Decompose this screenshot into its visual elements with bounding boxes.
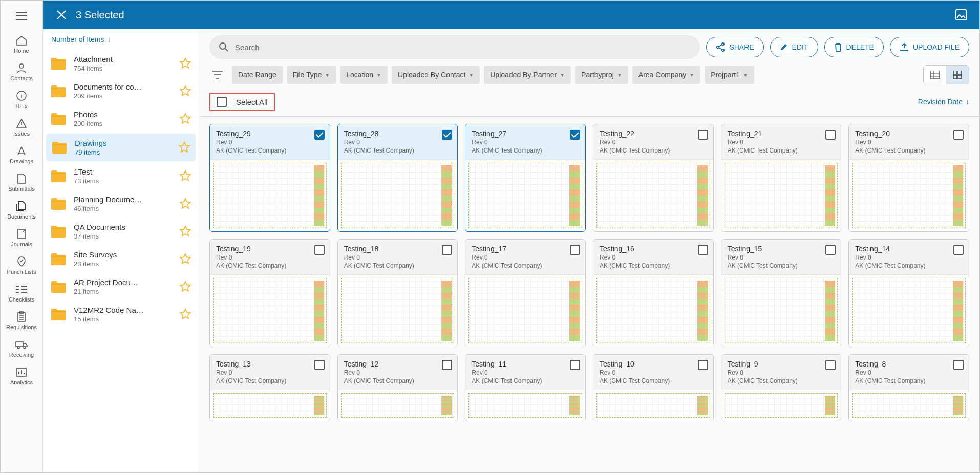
folder-sort-button[interactable]: Number of Items ↓: [43, 29, 199, 50]
card-checkbox[interactable]: [314, 130, 325, 140]
image-preview-button[interactable]: [951, 5, 971, 25]
card-thumbnail[interactable]: [465, 390, 585, 421]
favorite-star[interactable]: [179, 253, 191, 265]
search-input[interactable]: Search: [209, 35, 700, 59]
rail-home[interactable]: Home: [6, 30, 37, 58]
favorite-star[interactable]: [178, 141, 190, 154]
select-all-button[interactable]: Select All: [209, 93, 275, 111]
document-card[interactable]: Testing_12Rev 0AK (CMiC Test Company): [337, 354, 458, 421]
filter-chip[interactable]: Partbyproj▼: [575, 66, 628, 84]
document-card[interactable]: Testing_13Rev 0AK (CMiC Test Company): [209, 354, 330, 421]
grid-view-button[interactable]: [946, 66, 969, 84]
card-thumbnail[interactable]: [721, 390, 841, 421]
card-thumbnail[interactable]: [849, 390, 969, 421]
edit-button[interactable]: EDIT: [770, 37, 818, 57]
rail-rfis[interactable]: iRFIs: [6, 85, 37, 113]
card-checkbox[interactable]: [953, 130, 964, 140]
document-card[interactable]: Testing_15Rev 0AK (CMiC Test Company): [721, 239, 842, 347]
favorite-star[interactable]: [179, 57, 191, 70]
card-checkbox[interactable]: [825, 130, 836, 140]
card-thumbnail[interactable]: [593, 390, 713, 421]
card-checkbox[interactable]: [570, 245, 580, 255]
folder-item[interactable]: Drawings79 items: [46, 134, 196, 161]
document-card[interactable]: Testing_27Rev 0AK (CMiC Test Company): [465, 124, 586, 232]
rail-requisitions[interactable]: Requisitions: [6, 307, 37, 334]
card-checkbox[interactable]: [570, 360, 580, 370]
card-checkbox[interactable]: [442, 245, 452, 255]
card-thumbnail[interactable]: [210, 390, 330, 421]
menu-toggle[interactable]: [11, 6, 32, 26]
folder-item[interactable]: Site Surveys23 items: [43, 245, 199, 273]
document-card[interactable]: Testing_16Rev 0AK (CMiC Test Company): [593, 239, 714, 347]
card-thumbnail[interactable]: [593, 275, 713, 347]
card-thumbnail[interactable]: [210, 275, 330, 347]
card-checkbox[interactable]: [570, 130, 580, 140]
card-thumbnail[interactable]: [721, 275, 841, 347]
card-checkbox[interactable]: [953, 245, 964, 255]
card-thumbnail[interactable]: [593, 160, 713, 231]
upload-button[interactable]: UPLOAD FILE: [890, 37, 969, 57]
rail-analytics[interactable]: Analytics: [6, 362, 37, 390]
card-checkbox[interactable]: [314, 360, 325, 370]
filter-chip[interactable]: Uploaded By Partner▼: [484, 66, 571, 84]
delete-button[interactable]: DELETE: [824, 37, 884, 57]
folder-item[interactable]: Documents for co…209 items: [43, 77, 199, 105]
document-card[interactable]: Testing_21Rev 0AK (CMiC Test Company): [721, 124, 842, 232]
filter-chip[interactable]: Date Range: [232, 66, 283, 84]
share-button[interactable]: SHARE: [706, 37, 763, 57]
rail-checklists[interactable]: Checklists: [6, 279, 37, 307]
card-thumbnail[interactable]: [721, 160, 841, 231]
document-card[interactable]: Testing_10Rev 0AK (CMiC Test Company): [593, 354, 714, 421]
card-checkbox[interactable]: [825, 360, 836, 370]
card-thumbnail[interactable]: [338, 390, 458, 421]
document-card[interactable]: Testing_19Rev 0AK (CMiC Test Company): [209, 239, 330, 347]
card-thumbnail[interactable]: [849, 275, 969, 347]
favorite-star[interactable]: [179, 170, 191, 182]
card-checkbox[interactable]: [825, 245, 836, 255]
folder-item[interactable]: Attachment764 items: [43, 50, 199, 77]
document-card[interactable]: Testing_28Rev 0AK (CMiC Test Company): [337, 124, 458, 232]
favorite-star[interactable]: [179, 113, 191, 125]
document-card[interactable]: Testing_14Rev 0AK (CMiC Test Company): [848, 239, 969, 347]
grid-sort-button[interactable]: Revision Date ↓: [918, 98, 969, 106]
filter-chip[interactable]: File Type▼: [287, 66, 336, 84]
select-all-checkbox[interactable]: [217, 97, 227, 107]
card-checkbox[interactable]: [953, 360, 964, 370]
folder-item[interactable]: Photos200 items: [43, 105, 199, 133]
card-checkbox[interactable]: [442, 130, 452, 140]
list-view-button[interactable]: [924, 66, 946, 84]
document-card[interactable]: Testing_18Rev 0AK (CMiC Test Company): [337, 239, 458, 347]
card-thumbnail[interactable]: [338, 160, 458, 231]
card-checkbox[interactable]: [698, 245, 708, 255]
document-card[interactable]: Testing_29Rev 0AK (CMiC Test Company): [209, 124, 330, 232]
rail-submittals[interactable]: Submittals: [6, 168, 37, 196]
favorite-star[interactable]: [179, 85, 191, 97]
card-thumbnail[interactable]: [338, 275, 458, 347]
filter-toggle[interactable]: [209, 67, 226, 83]
card-checkbox[interactable]: [698, 360, 708, 370]
favorite-star[interactable]: [179, 281, 191, 293]
document-card[interactable]: Testing_11Rev 0AK (CMiC Test Company): [465, 354, 586, 421]
card-thumbnail[interactable]: [210, 160, 330, 231]
folder-item[interactable]: V12MR2 Code Na…15 items: [43, 300, 199, 328]
folder-list[interactable]: Attachment764 itemsDocuments for co…209 …: [43, 50, 199, 472]
folder-item[interactable]: 1Test73 items: [43, 162, 199, 190]
card-thumbnail[interactable]: [465, 275, 585, 347]
favorite-star[interactable]: [179, 308, 191, 320]
document-card[interactable]: Testing_20Rev 0AK (CMiC Test Company): [848, 124, 969, 232]
document-card[interactable]: Testing_8Rev 0AK (CMiC Test Company): [848, 354, 969, 421]
favorite-star[interactable]: [179, 225, 191, 238]
filter-chip[interactable]: Location▼: [340, 66, 388, 84]
grid-scroll[interactable]: Testing_29Rev 0AK (CMiC Test Company)Tes…: [199, 117, 979, 472]
rail-receiving[interactable]: Receiving: [6, 334, 37, 362]
rail-issues[interactable]: Issues: [6, 113, 37, 141]
filter-chip[interactable]: Uploaded By Contact▼: [392, 66, 480, 84]
folder-item[interactable]: Planning Docume…46 items: [43, 190, 199, 218]
rail-documents[interactable]: Documents: [6, 196, 37, 224]
rail-punchlists[interactable]: Punch Lists: [6, 251, 37, 279]
favorite-star[interactable]: [179, 198, 191, 210]
document-card[interactable]: Testing_9Rev 0AK (CMiC Test Company): [721, 354, 842, 421]
card-checkbox[interactable]: [698, 130, 708, 140]
rail-journals[interactable]: Journals: [6, 224, 37, 251]
card-checkbox[interactable]: [314, 245, 325, 255]
